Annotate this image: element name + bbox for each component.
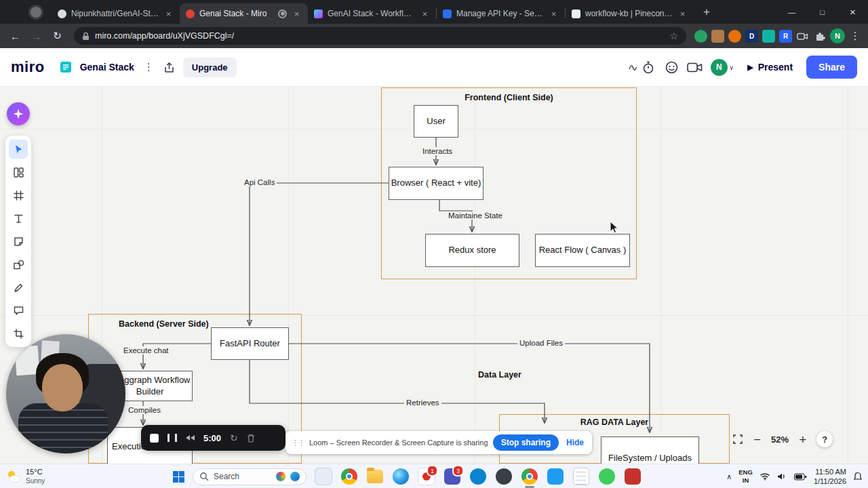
frame-tool[interactable] bbox=[9, 186, 28, 205]
drag-handle-icon[interactable]: ⋮⋮ bbox=[292, 439, 304, 447]
wifi-icon[interactable] bbox=[760, 472, 770, 481]
extension-orange-icon[interactable] bbox=[728, 30, 741, 43]
hide-banner-link[interactable]: Hide bbox=[564, 438, 586, 447]
extension-pen-icon[interactable] bbox=[711, 30, 724, 43]
tab-close-icon[interactable]: × bbox=[292, 9, 302, 19]
webcam-overlay[interactable] bbox=[6, 334, 125, 453]
board-canvas[interactable]: Frontend (Client Side) Backend (Server S… bbox=[0, 87, 868, 464]
tab-close-icon[interactable]: × bbox=[420, 9, 430, 19]
templates-tool[interactable] bbox=[9, 163, 28, 182]
extension-r-icon[interactable]: R bbox=[779, 30, 792, 43]
delete-recording-icon[interactable] bbox=[247, 434, 255, 443]
node-fastapi-router[interactable]: FastAPI Router bbox=[211, 327, 289, 360]
node-user[interactable]: User bbox=[414, 105, 458, 138]
app-icon-file-explorer[interactable] bbox=[366, 468, 384, 485]
extension-teal-icon[interactable] bbox=[762, 30, 775, 43]
window-close-button[interactable]: × bbox=[837, 0, 868, 24]
reactions-icon[interactable] bbox=[665, 60, 679, 75]
tab-close-icon[interactable]: × bbox=[549, 9, 559, 19]
volume-icon[interactable] bbox=[777, 472, 787, 481]
rewind-icon[interactable] bbox=[186, 435, 195, 441]
extension-green-icon[interactable] bbox=[694, 30, 707, 43]
data-layer-label[interactable]: Data Layer bbox=[478, 370, 521, 380]
puzzle-icon[interactable] bbox=[813, 30, 826, 43]
tab-close-icon[interactable]: × bbox=[677, 9, 688, 19]
start-button[interactable] bbox=[173, 471, 184, 483]
app-icon-skype[interactable] bbox=[469, 468, 487, 485]
back-icon[interactable]: ← bbox=[7, 30, 24, 42]
text-tool[interactable] bbox=[9, 209, 28, 228]
zoom-level[interactable]: 52% bbox=[771, 434, 789, 445]
notification-bell-icon[interactable] bbox=[853, 472, 863, 481]
miro-logo[interactable]: miro bbox=[11, 58, 45, 76]
app-icon-green-app[interactable] bbox=[598, 468, 616, 485]
stop-recording-button[interactable] bbox=[150, 434, 159, 443]
address-bar[interactable]: miro.com/app/board/uXjVGSDFCgl=/ ☆ bbox=[74, 27, 686, 45]
board-title[interactable]: Genai Stack bbox=[80, 62, 134, 73]
camera-extension-icon[interactable] bbox=[796, 30, 809, 43]
app-icon-mail[interactable]: 1 bbox=[418, 468, 435, 485]
video-chat-icon[interactable] bbox=[687, 62, 703, 73]
app-icon-widgets[interactable] bbox=[315, 468, 332, 485]
tab-close-icon[interactable]: × bbox=[163, 9, 174, 19]
browser-menu-icon[interactable]: ⋮ bbox=[849, 30, 861, 42]
node-redux-store[interactable]: Redux store bbox=[425, 234, 519, 267]
sticky-note-tool[interactable] bbox=[9, 232, 28, 251]
edge-label-execute-chat[interactable]: Execute chat bbox=[121, 346, 170, 354]
select-tool[interactable] bbox=[9, 140, 28, 159]
backend-container-label[interactable]: Backend (Server Side) bbox=[119, 319, 209, 329]
app-icon-dark-app[interactable] bbox=[495, 468, 513, 485]
edge-label-interacts[interactable]: Interacts bbox=[420, 147, 454, 155]
zoom-in-icon[interactable]: + bbox=[799, 433, 806, 446]
window-maximize-button[interactable]: □ bbox=[807, 0, 837, 24]
edge-label-upload-files[interactable]: Upload Files bbox=[517, 339, 565, 347]
node-browser[interactable]: Browser ( React + vite) bbox=[389, 167, 484, 200]
edge-label-compiles[interactable]: Compiles bbox=[126, 406, 163, 414]
app-icon-vscode[interactable] bbox=[547, 468, 564, 485]
app-icon-notepad[interactable] bbox=[572, 468, 590, 485]
bookmark-star-icon[interactable]: ☆ bbox=[669, 30, 678, 41]
browser-profile-avatar[interactable]: N bbox=[830, 28, 845, 43]
weather-widget[interactable]: 15°C Sunny bbox=[5, 464, 45, 488]
pen-tool[interactable] bbox=[9, 278, 28, 297]
browser-tab-pinecone[interactable]: workflow-kb | Pinecone Consol... × bbox=[566, 3, 694, 24]
node-react-flow[interactable]: React Flow ( Canvas ) bbox=[535, 234, 630, 267]
user-avatar-menu[interactable]: N ∨ bbox=[711, 59, 734, 76]
share-button[interactable]: Share bbox=[806, 56, 857, 79]
taskbar-search[interactable]: Search bbox=[193, 468, 307, 485]
browser-tab-workflow-builder[interactable]: GenAI Stack - Workflow Builder × bbox=[308, 3, 436, 24]
edge-browser-fastapi[interactable] bbox=[250, 183, 389, 325]
window-minimize-button[interactable]: — bbox=[776, 0, 807, 24]
export-icon[interactable] bbox=[163, 62, 175, 73]
profile-circle-icon[interactable] bbox=[28, 5, 43, 20]
reload-icon[interactable]: ↻ bbox=[49, 30, 66, 42]
rag-container-label[interactable]: RAG DATA Layer bbox=[499, 418, 730, 427]
app-icon-chrome-active[interactable] bbox=[521, 468, 538, 485]
more-tools[interactable] bbox=[9, 324, 28, 343]
edge-label-retrieves[interactable]: Retrieves bbox=[404, 399, 441, 407]
board-menu-icon[interactable]: ⋮ bbox=[142, 61, 155, 73]
app-icon-edge[interactable] bbox=[392, 468, 410, 485]
pause-recording-button[interactable] bbox=[167, 434, 177, 442]
present-button[interactable]: ▶ Present bbox=[747, 62, 793, 73]
taskbar-clock[interactable]: 11:50 AM 1/11/2026 bbox=[814, 467, 846, 487]
ai-assistant-button[interactable] bbox=[7, 102, 30, 125]
stop-sharing-button[interactable]: Stop sharing bbox=[493, 434, 559, 451]
restart-recording-icon[interactable]: ↻ bbox=[230, 432, 238, 443]
shapes-tool[interactable] bbox=[9, 255, 28, 274]
new-tab-button[interactable]: + bbox=[698, 3, 715, 21]
edge-label-maintaine-state[interactable]: Maintaine State bbox=[446, 211, 505, 220]
upgrade-button[interactable]: Upgrade bbox=[183, 58, 237, 77]
battery-icon[interactable] bbox=[794, 473, 807, 481]
frontend-container-label[interactable]: Frontend (Client Side) bbox=[381, 93, 637, 102]
app-icon-red-app[interactable] bbox=[624, 468, 642, 485]
fit-to-screen-icon[interactable] bbox=[732, 434, 743, 445]
app-icon-browser[interactable] bbox=[340, 468, 358, 485]
language-indicator[interactable]: ENG IN bbox=[738, 468, 753, 485]
tray-chevron-up-icon[interactable]: ∧ bbox=[726, 472, 732, 481]
browser-tab-miro-active[interactable]: Genai Stack - Miro × bbox=[180, 3, 308, 24]
edge-label-api-calls[interactable]: Api Calls bbox=[242, 178, 277, 186]
forward-icon[interactable]: → bbox=[28, 30, 45, 42]
extension-d-icon[interactable]: D bbox=[745, 30, 758, 43]
help-button[interactable]: ? bbox=[816, 431, 833, 447]
